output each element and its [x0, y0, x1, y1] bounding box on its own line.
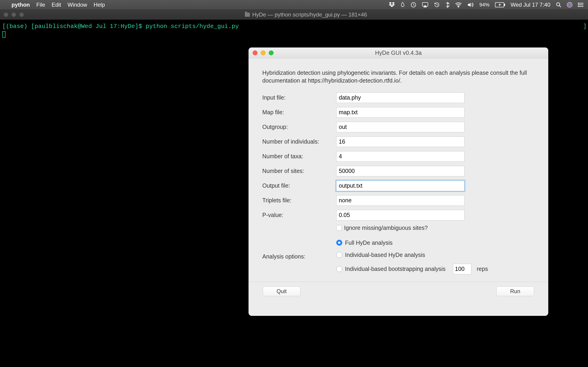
backblaze-icon[interactable] — [400, 2, 405, 8]
gui-intro-text: Hybridization detection using phylogenet… — [262, 69, 535, 85]
hyde-gui-window: HyDe GUI v0.4.3a Hybridization detection… — [249, 48, 548, 316]
svg-point-13 — [556, 3, 560, 6]
input-file-field[interactable] — [336, 92, 464, 103]
terminal-close-button[interactable] — [4, 12, 8, 17]
svg-point-8 — [458, 6, 459, 7]
menubar-window[interactable]: Window — [68, 2, 87, 8]
label-triplets-file: Triplets file: — [262, 197, 334, 204]
svg-line-14 — [559, 6, 561, 7]
ignore-missing-checkbox[interactable] — [336, 225, 342, 231]
ignore-missing-label: Ignore missing/ambiguous sites? — [344, 225, 428, 231]
label-map-file: Map file: — [262, 109, 334, 116]
label-num-sites: Number of sites: — [262, 168, 334, 174]
label-pvalue: P-value: — [262, 212, 334, 218]
spotlight-icon[interactable] — [556, 2, 561, 8]
svg-marker-9 — [468, 3, 471, 7]
battery-percent: 94% — [479, 2, 489, 8]
map-file-field[interactable] — [336, 107, 464, 118]
terminal-cursor — [2, 31, 6, 38]
triplets-file-field[interactable] — [336, 195, 464, 206]
svg-point-21 — [578, 3, 579, 3]
run-button[interactable]: Run — [496, 286, 534, 296]
label-outgroup: Outgroup: — [262, 124, 334, 130]
volume-icon[interactable] — [467, 2, 474, 8]
menubar-help[interactable]: Help — [94, 2, 105, 8]
notification-center-icon[interactable] — [578, 2, 584, 7]
num-sites-field[interactable] — [336, 166, 464, 176]
history-icon[interactable] — [434, 2, 440, 8]
radio-full-hyde[interactable] — [336, 240, 342, 246]
label-num-individuals: Number of individuals: — [262, 138, 334, 145]
pvalue-field[interactable] — [336, 210, 464, 220]
svg-point-17 — [569, 4, 571, 6]
radio-bootstrap-label: Individual-based bootstrapping analysis — [345, 266, 446, 272]
battery-charging-icon[interactable] — [495, 2, 505, 7]
radio-bootstrap[interactable] — [336, 266, 342, 272]
menubar-clock[interactable]: Wed Jul 17 7:40 — [510, 2, 550, 8]
menubar-app-name[interactable]: python — [11, 2, 30, 8]
radio-full-hyde-label: Full HyDe analysis — [345, 240, 393, 246]
bootstrap-reps-field[interactable] — [453, 264, 471, 274]
terminal-window-title: HyDe — python scripts/hyde_gui.py — 181×… — [252, 11, 367, 18]
num-taxa-field[interactable] — [336, 151, 464, 162]
radio-individual-hyde-label: Individual-based HyDe analysis — [345, 252, 425, 258]
menubar-edit[interactable]: Edit — [52, 2, 61, 8]
label-output-file: Output file: — [262, 182, 334, 189]
airplay-icon[interactable] — [422, 2, 428, 8]
svg-point-22 — [578, 5, 579, 5]
svg-point-23 — [578, 6, 579, 7]
terminal-minimize-button[interactable] — [11, 12, 16, 17]
gui-titlebar[interactable]: HyDe GUI v0.4.3a — [249, 48, 548, 58]
svg-marker-0 — [389, 2, 392, 4]
svg-marker-12 — [499, 3, 501, 6]
folder-icon — [245, 13, 250, 17]
bluetooth-icon[interactable] — [445, 2, 450, 8]
radio-individual-hyde[interactable] — [336, 252, 342, 258]
timemachine-icon[interactable] — [410, 2, 416, 8]
quit-button[interactable]: Quit — [263, 286, 300, 296]
macos-menubar: python File Edit Window Help 94% — [0, 0, 588, 10]
svg-marker-1 — [392, 2, 395, 4]
output-file-field[interactable] — [336, 181, 464, 191]
bootstrap-reps-suffix: reps — [477, 266, 488, 272]
terminal-command: python scripts/hyde_gui.py — [146, 23, 239, 30]
divider — [249, 282, 548, 282]
num-individuals-field[interactable] — [336, 136, 464, 147]
terminal-prompt: (base) [paulblischak@Wed Jul 17:HyDe]$ — [6, 23, 146, 30]
label-num-taxa: Number of taxa: — [262, 153, 334, 160]
svg-marker-7 — [424, 5, 426, 7]
terminal-zoom-button[interactable] — [19, 12, 24, 17]
svg-rect-11 — [504, 4, 505, 6]
terminal-titlebar: HyDe — python scripts/hyde_gui.py — 181×… — [0, 10, 588, 20]
wifi-icon[interactable] — [455, 2, 462, 7]
menubar-file[interactable]: File — [36, 2, 45, 8]
siri-icon[interactable] — [567, 2, 572, 8]
gui-window-title: HyDe GUI v0.4.3a — [249, 50, 548, 56]
dropbox-icon[interactable] — [389, 2, 395, 8]
label-input-file: Input file: — [262, 94, 334, 101]
outgroup-field[interactable] — [336, 122, 464, 132]
label-analysis-options: Analysis options: — [262, 253, 334, 260]
